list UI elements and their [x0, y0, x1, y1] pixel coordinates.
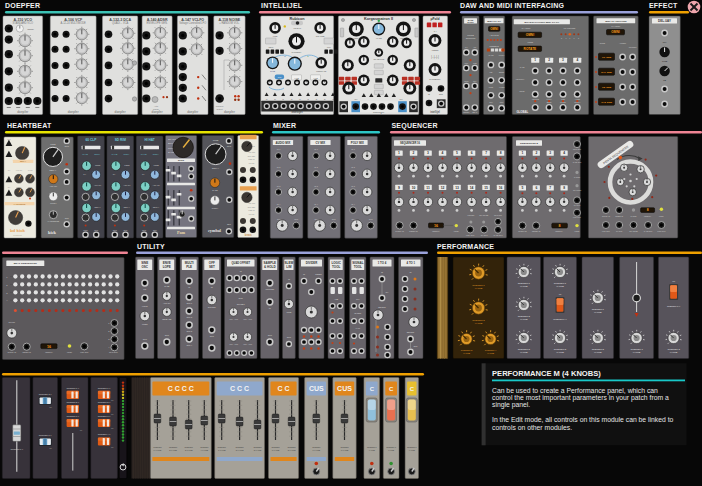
svg-text:CHANNEL: CHANNEL [611, 25, 620, 27]
svg-text:7: 7 [549, 186, 551, 190]
svg-text:TUNE: TUNE [50, 143, 56, 145]
svg-text:TRIGGER: TRIGGER [629, 46, 637, 48]
svg-text:6: 6 [535, 186, 537, 190]
svg-text:6: 6 [471, 151, 473, 155]
svg-text:4: 4 [442, 151, 444, 155]
svg-text:VALUE: VALUE [369, 449, 376, 451]
svg-text:FOLDS: FOLDS [432, 49, 439, 51]
svg-text:doepfer: doepfer [152, 110, 164, 114]
svg-text:VALUE: VALUE [388, 449, 395, 451]
svg-text:IN: IN [291, 99, 293, 100]
svg-text:DECAY: DECAY [49, 169, 57, 171]
svg-text:10: 10 [412, 186, 416, 190]
svg-text:RESET: RESET [315, 273, 322, 275]
svg-text:TON 45: TON 45 [248, 209, 254, 211]
svg-text:CLOCK IN: CLOCK IN [518, 230, 527, 232]
svg-text:CUSTOM 1 V: CUSTOM 1 V [10, 448, 23, 450]
svg-text:1/8: 1/8 [473, 46, 476, 48]
svg-text:MODULATE: MODULATE [316, 70, 327, 72]
svg-text:WAVE: WAVE [112, 153, 118, 155]
svg-text:-2: -2 [561, 37, 563, 39]
svg-text:RESET IN: RESET IN [23, 351, 32, 353]
svg-text:Output: Output [217, 108, 223, 110]
svg-text:CUSTOM 2 V: CUSTOM 2 V [98, 401, 111, 403]
svg-text:NOTE: NOTE [520, 90, 526, 92]
svg-text:1/32: 1/32 [473, 62, 477, 64]
svg-text:FREQ 1: FREQ 1 [353, 37, 360, 39]
svg-text:15: 15 [484, 186, 488, 190]
svg-text:Random: Random [216, 105, 224, 107]
svg-text:STANDARD VCO: STANDARD VCO [13, 21, 33, 25]
svg-text:GATE OUT: GATE OUT [644, 230, 653, 232]
svg-text:BEND: BEND [547, 101, 552, 103]
svg-text:LOOP: LOOP [575, 230, 581, 232]
svg-text:CUSTOM 3: CUSTOM 3 [461, 349, 473, 351]
svg-text:DECAY: DECAY [212, 167, 220, 169]
svg-text:A&B: A&B [334, 298, 339, 300]
svg-text:SELECT: SELECT [407, 331, 415, 333]
svg-text:doepfer: doepfer [224, 110, 236, 114]
svg-text:OUT 4: OUT 4 [186, 344, 192, 346]
svg-text:SYNC: SYNC [467, 21, 474, 24]
svg-text:PLE: PLE [186, 265, 192, 269]
svg-text:OFFSET: OFFSET [237, 303, 246, 305]
svg-text:A-118 NOISE: A-118 NOISE [219, 18, 241, 22]
svg-text:ATTACK: ATTACK [15, 169, 23, 171]
svg-text:WHEEL: WHEEL [560, 101, 566, 103]
svg-text:5: 5 [456, 151, 458, 155]
svg-text:HARMONICS: HARMONICS [48, 220, 60, 222]
svg-text:CUSTOM 3 V: CUSTOM 3 V [66, 415, 79, 417]
svg-text:LVL 80: LVL 80 [249, 213, 255, 215]
svg-text:TRIG OUT: TRIG OUT [573, 148, 581, 150]
svg-text:-10b...+10b: -10b...+10b [229, 343, 238, 345]
svg-text:IN 1: IN 1 [355, 99, 358, 100]
svg-text:OMNI: OMNI [526, 33, 534, 37]
svg-text:In the Edit mode, all controls: In the Edit mode, all controls on this m… [492, 416, 674, 423]
svg-text:A-132-3 DCA: A-132-3 DCA [109, 18, 131, 22]
svg-text:VALUE: VALUE [475, 287, 483, 290]
svg-text:CUSTOM 4: CUSTOM 4 [485, 349, 497, 351]
svg-text:SUM: SUM [315, 218, 320, 220]
svg-text:A-106 VCF: A-106 VCF [64, 18, 83, 22]
svg-text:ROTATE: ROTATE [524, 47, 537, 51]
svg-text:ATTACK: ATTACK [123, 184, 131, 186]
svg-text:ENVELOPE GEN.: ENVELOPE GEN. [147, 21, 168, 25]
svg-text:|..|--|-|: |..|--|-| [431, 55, 439, 59]
svg-text:Range: Range [28, 28, 35, 30]
svg-text:μFold: μFold [430, 17, 439, 21]
svg-text:IN: IN [282, 99, 284, 100]
svg-text:PITCH: PITCH [499, 54, 505, 56]
svg-text:CUSTOM: CUSTOM [200, 446, 209, 448]
svg-text:1/4: 1/4 [465, 46, 468, 48]
svg-text:TRIG: TRIG [83, 229, 88, 231]
svg-text:3 VALUE: 3 VALUE [254, 449, 262, 451]
svg-text:1 VALUE: 1 VALUE [154, 449, 162, 451]
svg-text:TZFM: TZFM [268, 46, 273, 48]
svg-text:C C C C: C C C C [168, 385, 194, 392]
svg-text:OUTPUTS: OUTPUTS [466, 37, 476, 39]
svg-text:8: 8 [563, 186, 565, 190]
svg-text:LIN EXP: LIN EXP [293, 27, 301, 29]
svg-text:CUSTOM 1: CUSTOM 1 [407, 446, 417, 448]
svg-text:VALUE: VALUE [594, 351, 602, 354]
svg-text:OUT 2: OUT 2 [186, 316, 192, 318]
svg-text:ATTACK: ATTACK [49, 185, 58, 187]
svg-text:TRIG OUT: TRIG OUT [657, 230, 665, 232]
svg-text:IN 1: IN 1 [277, 148, 280, 150]
svg-text:60 CLP: 60 CLP [86, 138, 98, 142]
svg-text:1 VALUE: 1 VALUE [312, 449, 320, 451]
svg-text:2 VALUE: 2 VALUE [236, 449, 244, 451]
svg-text:2: 2 [578, 37, 579, 39]
svg-text:IN: IN [274, 99, 276, 100]
svg-text:D#1 .2bw: D#1 .2bw [601, 71, 612, 74]
svg-text:QUADRAPHONIC MIDI TO CV: QUADRAPHONIC MIDI TO CV [524, 21, 559, 24]
svg-text:LENGTH: LENGTH [45, 351, 53, 353]
svg-text:OFFSET: OFFSET [208, 306, 217, 308]
svg-text:PITCH: PITCH [50, 202, 57, 204]
svg-text:RATE: RATE [212, 189, 218, 191]
svg-text:RANGE: RANGE [630, 215, 637, 217]
svg-text:2: 2 [548, 58, 550, 62]
svg-text:A-12-24 MULTIMODE: A-12-24 MULTIMODE [61, 21, 87, 25]
svg-text:-10b...+10b: -10b...+10b [243, 343, 252, 345]
svg-text:LIM: LIM [286, 265, 292, 269]
